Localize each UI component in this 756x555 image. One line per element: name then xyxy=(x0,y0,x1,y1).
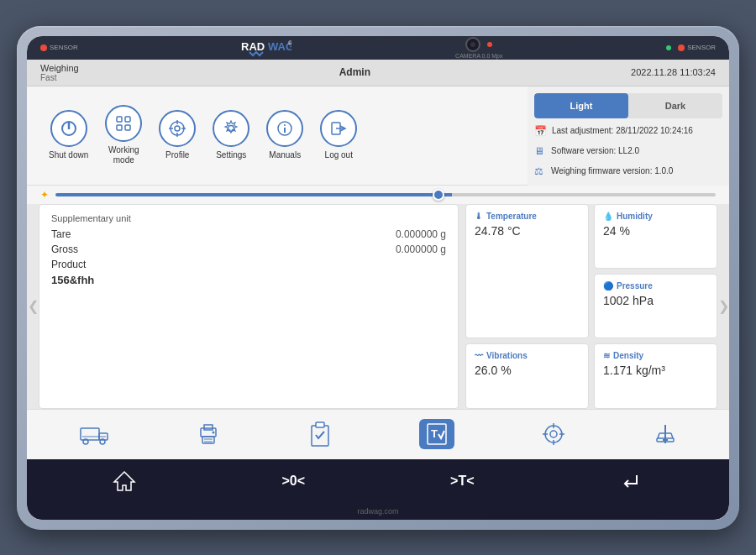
info-firmware-row: ⚖ Weighing firmware version: 1.0.0 xyxy=(534,164,722,179)
svg-point-37 xyxy=(550,431,557,437)
humidity-value: 24 % xyxy=(603,224,708,238)
vibrations-title: 〰 Vibrations xyxy=(475,351,580,360)
density-value: 1.171 kg/m³ xyxy=(603,364,708,377)
camera-label: CAMERA 0.0 Mpx xyxy=(455,53,502,59)
logout-arrow-icon xyxy=(329,119,348,138)
left-arrow-btn[interactable]: ❮ xyxy=(27,204,39,409)
crosshair-icon xyxy=(168,119,186,138)
manuals-label: Manuals xyxy=(269,150,301,160)
device-outer: SENSOR RAD WAG ® CA xyxy=(17,26,739,530)
clipboard-check-icon xyxy=(307,421,333,448)
pressure-title: 🔵 Pressure xyxy=(603,281,708,291)
menu-item-working-mode[interactable]: Workingmode xyxy=(97,102,150,169)
enter-icon xyxy=(620,472,643,490)
truck-scale-icon xyxy=(79,421,109,447)
grid-icon xyxy=(114,114,133,133)
svg-point-17 xyxy=(284,124,286,126)
info-adjustment: Last adjustment: 28/11/2022 10:24:16 xyxy=(552,126,693,135)
sensor-grid: 🌡 Temperature 24.78 °C 💧 Humidity 24 % xyxy=(465,204,717,409)
toolbar-btn-crosshair[interactable] xyxy=(533,418,575,450)
footer-url: radwag.com xyxy=(357,507,398,516)
data-panel: Supplementary unit Tare 0.000000 g Gross… xyxy=(39,204,459,409)
theme-dark-btn[interactable]: Dark xyxy=(628,93,722,118)
tare-nav-label: >T< xyxy=(450,474,474,489)
temperature-title: 🌡 Temperature xyxy=(475,212,580,221)
monitor-icon: 🖥 xyxy=(534,145,546,157)
scale-info-icon: ⚖ xyxy=(534,165,546,177)
device-footer: radwag.com xyxy=(27,503,729,520)
humidity-icon: 💧 xyxy=(603,212,613,221)
toolbar-btn-scale[interactable] xyxy=(644,418,686,450)
radwag-logo: RAD WAG ® xyxy=(241,39,291,57)
device-top-bar: SENSOR RAD WAG ® CA xyxy=(27,36,729,60)
tare-value: 0.000000 g xyxy=(396,228,446,240)
toolbar-btn-truck[interactable] xyxy=(71,418,118,450)
svg-point-10 xyxy=(175,126,180,131)
density-widget: ≋ Density 1.171 kg/m³ xyxy=(594,343,717,408)
logo-area: RAD WAG ® xyxy=(241,39,291,57)
nav-tare-btn[interactable]: >T< xyxy=(433,467,491,495)
toolbar-btn-template[interactable]: T xyxy=(411,416,463,453)
shutdown-label: Shut down xyxy=(49,150,88,160)
template-icon: T xyxy=(426,422,448,446)
product-row: Product xyxy=(51,257,446,272)
shutdown-icon xyxy=(50,110,87,147)
gross-label: Gross xyxy=(51,243,78,255)
svg-rect-6 xyxy=(125,117,130,122)
gear-icon xyxy=(222,119,240,138)
screen-header: Weighing Fast Admin 2022.11.28 11:03:24 xyxy=(27,60,729,86)
scale-icon xyxy=(653,421,678,447)
logout-label: Log out xyxy=(325,150,353,160)
density-title: ≋ Density xyxy=(603,351,708,360)
pressure-value: 1002 hPa xyxy=(603,294,708,307)
svg-rect-27 xyxy=(202,437,214,443)
camera-icon xyxy=(465,37,480,52)
logout-icon xyxy=(320,110,357,147)
pressure-widget: 🔵 Pressure 1002 hPa xyxy=(594,274,717,338)
header-datetime: 2022.11.28 11:03:24 xyxy=(631,67,716,77)
brightness-slider[interactable] xyxy=(55,193,716,196)
menu-item-settings[interactable]: Settings xyxy=(204,107,258,164)
menu-item-shutdown[interactable]: Shut down xyxy=(40,107,97,164)
crosshair-toolbar-icon xyxy=(541,421,566,447)
svg-line-46 xyxy=(671,433,673,438)
right-arrow-btn[interactable]: ❯ xyxy=(717,204,729,409)
toolbar-btn-print[interactable] xyxy=(187,418,229,450)
svg-rect-21 xyxy=(81,428,99,440)
camera-area: CAMERA 0.0 Mpx xyxy=(455,37,502,59)
brightness-row: ✦ xyxy=(27,186,729,204)
nav-enter-btn[interactable] xyxy=(603,465,660,497)
menu-row: Shut down Workingmode xyxy=(27,86,528,186)
humidity-title: 💧 Humidity xyxy=(603,212,708,221)
tare-row: Tare 0.000000 g xyxy=(51,227,446,242)
profile-icon xyxy=(159,110,196,147)
sensor-right-label: SENSOR xyxy=(687,44,716,51)
svg-rect-33 xyxy=(316,422,324,427)
temperature-widget: 🌡 Temperature 24.78 °C xyxy=(465,204,589,339)
sensor-left-label: SENSOR xyxy=(50,44,78,51)
density-icon: ≋ xyxy=(603,351,610,360)
camera-indicator xyxy=(487,42,492,47)
product-name: 156&fhh xyxy=(51,274,446,286)
zero-label: >0< xyxy=(281,474,305,489)
svg-text:®: ® xyxy=(288,40,291,46)
header-submode: Fast xyxy=(40,73,79,82)
info-adjustment-row: 📅 Last adjustment: 28/11/2022 10:24:16 xyxy=(534,123,722,139)
theme-light-btn[interactable]: Light xyxy=(534,93,628,118)
menu-item-profile[interactable]: Profile xyxy=(150,107,204,164)
home-icon xyxy=(113,470,136,492)
vibration-icon: 〰 xyxy=(475,351,483,360)
vibrations-value: 26.0 % xyxy=(475,364,580,377)
menu-item-logout[interactable]: Log out xyxy=(312,107,365,164)
svg-rect-5 xyxy=(117,117,122,122)
nav-home-btn[interactable] xyxy=(96,463,153,499)
toolbar-btn-clipboard[interactable] xyxy=(299,417,341,451)
product-label: Product xyxy=(51,259,86,270)
main-area: ❮ Supplementary unit Tare 0.000000 g Gro… xyxy=(27,204,729,409)
svg-point-29 xyxy=(212,432,214,434)
info-firmware: Weighing firmware version: 1.0.0 xyxy=(551,166,673,175)
temperature-value: 24.78 °C xyxy=(475,224,580,238)
nav-zero-btn[interactable]: >0< xyxy=(265,467,322,495)
svg-line-45 xyxy=(658,433,659,438)
menu-item-manuals[interactable]: Manuals xyxy=(258,107,312,164)
